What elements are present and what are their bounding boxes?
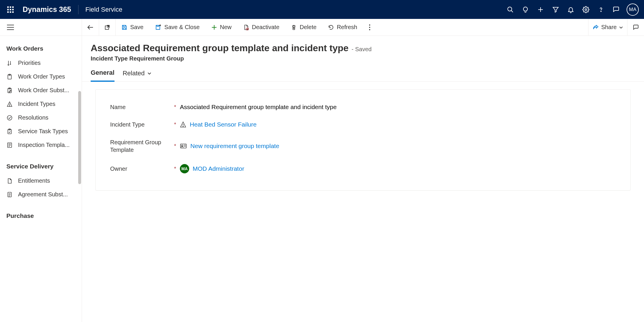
svg-rect-1 — [10, 6, 11, 8]
sidebar-item-incident-types[interactable]: Incident Types — [0, 97, 82, 111]
brand-name[interactable]: Dynamics 365 — [23, 5, 71, 14]
back-button[interactable] — [82, 19, 99, 35]
save-and-close-button[interactable]: Save & Close — [149, 19, 205, 35]
list-icon — [6, 142, 13, 148]
sidebar-item-service-task-types[interactable]: Service Task Types — [0, 124, 82, 138]
svg-point-49 — [369, 24, 370, 26]
svg-rect-40 — [123, 25, 125, 27]
owner-link[interactable]: MOD Administrator — [193, 165, 244, 172]
settings-button[interactable] — [578, 3, 593, 17]
chat-icon — [613, 6, 620, 13]
sidebar-item-inspection-templates[interactable]: Inspection Templa... — [0, 138, 82, 152]
refresh-button[interactable]: Refresh — [322, 19, 363, 35]
delete-button[interactable]: Delete — [285, 19, 322, 35]
command-bar: Save Save & Close New — [82, 19, 644, 36]
id-card-icon — [180, 143, 187, 149]
question-icon — [598, 6, 604, 13]
tab-general[interactable]: General — [91, 69, 115, 82]
new-button[interactable]: New — [205, 19, 237, 35]
svg-line-10 — [511, 10, 513, 12]
tab-related[interactable]: Related — [123, 69, 152, 81]
svg-rect-7 — [10, 11, 11, 13]
sidebar-item-label: Resolutions — [18, 114, 49, 121]
assistant-pane-button[interactable] — [627, 19, 644, 35]
svg-rect-6 — [7, 11, 9, 13]
svg-rect-2 — [12, 6, 14, 8]
page-title: Associated Requirement group template an… — [91, 43, 348, 53]
svg-point-27 — [7, 115, 12, 120]
field-row-owner: Owner * MA MOD Administrator — [110, 159, 616, 179]
req-group-template-link[interactable]: New requirement group template — [190, 143, 279, 150]
svg-point-51 — [369, 29, 370, 30]
field-row-requirement-group-template: Requirement Group Template * New require… — [110, 133, 616, 159]
search-button[interactable] — [503, 3, 518, 17]
sidebar-item-label: Entitlements — [18, 177, 50, 184]
incident-type-link[interactable]: Heat Bed Sensor Failure — [190, 121, 257, 128]
popout-icon — [104, 24, 110, 30]
gear-icon — [582, 6, 589, 13]
search-icon — [507, 6, 514, 13]
name-input[interactable]: Associated Requirement group template an… — [180, 104, 616, 111]
priority-icon — [6, 60, 13, 66]
sidebar-item-label: Agreement Subst... — [18, 191, 68, 198]
required-indicator: * — [174, 122, 180, 128]
sidebar-item-priorities[interactable]: Priorities — [0, 56, 82, 70]
svg-point-9 — [508, 7, 512, 11]
clipboard-edit-icon — [6, 88, 13, 93]
insights-button[interactable] — [518, 3, 533, 17]
warning-icon — [6, 101, 13, 107]
svg-rect-42 — [157, 25, 159, 26]
share-label: Share — [601, 24, 617, 31]
form-tabs: General Related — [82, 62, 644, 82]
save-label: Save — [130, 24, 144, 31]
name-value: Associated Requirement group template an… — [180, 104, 337, 111]
share-button[interactable]: Share — [588, 19, 627, 35]
assistant-button[interactable] — [609, 3, 624, 17]
sidebar-item-resolutions[interactable]: Resolutions — [0, 111, 82, 124]
sidebar-scrollbar[interactable] — [78, 91, 81, 184]
sidebar-item-work-order-types[interactable]: Work Order Types — [0, 70, 82, 83]
save-button[interactable]: Save — [116, 19, 149, 35]
advanced-filter-button[interactable] — [548, 3, 563, 17]
refresh-label: Refresh — [337, 24, 357, 31]
save-icon — [121, 24, 127, 30]
chevron-down-icon — [619, 25, 623, 29]
left-sidebar: Work Orders Priorities Work Order Types … — [0, 19, 82, 322]
notifications-button[interactable] — [563, 3, 578, 17]
svg-rect-8 — [12, 11, 14, 13]
sidebar-toggle-button[interactable] — [0, 19, 82, 36]
field-row-incident-type: Incident Type * Heat Bed Sensor Failure — [110, 116, 616, 133]
bell-icon — [567, 6, 574, 13]
sidebar-item-entitlements[interactable]: Entitlements — [0, 174, 82, 188]
module-name[interactable]: Field Service — [85, 6, 122, 13]
quick-create-button[interactable] — [533, 3, 548, 17]
open-in-new-button[interactable] — [99, 19, 116, 35]
form-card: Name * Associated Requirement group temp… — [95, 89, 631, 191]
chat-icon — [632, 24, 639, 31]
req-group-template-lookup[interactable]: New requirement group template — [180, 143, 616, 150]
plus-icon — [537, 6, 544, 13]
sidebar-item-agreement-substatuses[interactable]: Agreement Subst... — [0, 188, 82, 201]
app-launcher-button[interactable] — [5, 4, 16, 15]
tab-label: Related — [123, 70, 145, 77]
svg-rect-3 — [7, 9, 9, 10]
deactivate-label: Deactivate — [252, 24, 280, 31]
svg-point-26 — [9, 105, 10, 106]
deactivate-button[interactable]: Deactivate — [237, 19, 285, 35]
user-avatar[interactable]: MA — [627, 3, 639, 16]
nav-group-purchase: Purchase — [0, 210, 82, 219]
global-top-bar: Dynamics 365 Field Service MA — [0, 0, 644, 19]
sidebar-item-label: Work Order Subst... — [18, 87, 69, 94]
waffle-icon — [7, 6, 14, 13]
owner-lookup[interactable]: MA MOD Administrator — [180, 164, 616, 173]
svg-point-20 — [10, 64, 11, 65]
sidebar-item-label: Inspection Templa... — [18, 142, 70, 148]
deactivate-icon — [243, 24, 249, 30]
help-button[interactable] — [593, 3, 609, 17]
more-commands-button[interactable] — [363, 19, 376, 35]
svg-point-50 — [369, 27, 370, 28]
svg-point-13 — [585, 9, 587, 10]
sidebar-item-work-order-substatuses[interactable]: Work Order Subst... — [0, 83, 82, 97]
field-label: Owner — [110, 166, 174, 172]
incident-type-lookup[interactable]: Heat Bed Sensor Failure — [180, 121, 616, 128]
